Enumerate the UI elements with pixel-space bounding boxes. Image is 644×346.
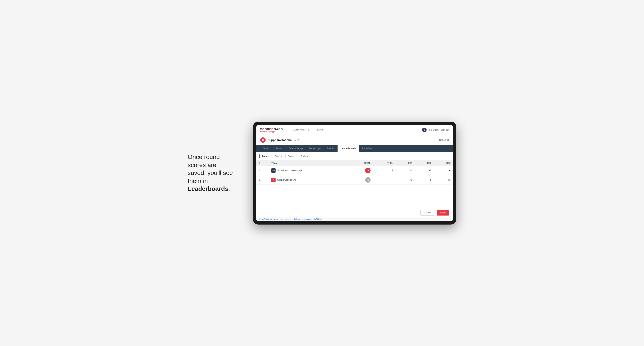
nav-teams[interactable]: TEAMS (312, 127, 326, 133)
row2-team-name: Clippd College [A] (277, 178, 296, 181)
filter-scores[interactable]: Scores (285, 154, 297, 158)
tournament-icon: C (260, 137, 266, 143)
tab-printables[interactable]: Printables (359, 145, 375, 152)
tab-course-setup[interactable]: Course Setup (286, 145, 306, 152)
tab-leaderboards[interactable]: Leaderboards (338, 145, 359, 152)
left-description: Once round scores are saved, you'll see … (188, 153, 242, 193)
filter-players[interactable]: Players (272, 154, 284, 158)
user-avatar: S (422, 128, 426, 132)
row2-rd1: +8 (396, 175, 415, 184)
col-rd2: RD2 (415, 160, 434, 166)
tablet-device: SCOREBOARD Powered by clippd TOURNAMENTS… (253, 122, 456, 224)
tournament-header: C Clippd Invitational (Men) Cancel ✕ (256, 135, 453, 145)
content-spacer (256, 185, 453, 208)
table-row: 2 C Clippd College [A] +3 F +8 -8 (256, 175, 453, 184)
row2-score-badge: +3 (365, 177, 370, 182)
col-team: TEAM (269, 160, 348, 166)
row2-total: +3 (348, 175, 373, 184)
brand-name: clippd (270, 131, 276, 133)
nav-links: TOURNAMENTS TEAMS (288, 127, 422, 133)
filter-teams[interactable]: Teams (260, 154, 271, 158)
col-total: TOTAL (348, 160, 373, 166)
status-url: https://stage-blue-coach.stagescoreboard… (260, 218, 322, 220)
row1-team: SU Scoreboard University [A] (269, 166, 348, 175)
tournament-title: Clippd Invitational (268, 138, 292, 142)
cancel-button[interactable]: Cancel (420, 210, 435, 215)
row1-total: -5 (348, 166, 373, 175)
col-rank: # (256, 160, 269, 166)
filter-bar: Teams Players Scores Strokes (256, 152, 453, 160)
table-header-row: # TEAM TOTAL THRU RD1 RD2 RD3 (256, 160, 453, 166)
table-row: 1 SU Scoreboard University [A] -5 F -4 (256, 166, 453, 175)
tab-teams[interactable]: Teams (273, 145, 286, 152)
row2-team: C Clippd College [A] (269, 175, 348, 184)
col-rd3: RD3 (434, 160, 453, 166)
row2-team-logo: C (271, 178, 276, 182)
tab-tee-groups[interactable]: Tee Groups (306, 145, 324, 152)
nav-tournaments[interactable]: TOURNAMENTS (288, 127, 312, 133)
app-logo: SCOREBOARD Powered by clippd (260, 127, 283, 133)
col-rd1: RD1 (396, 160, 415, 166)
row2-rd2: -8 (415, 175, 434, 184)
sign-out-link[interactable]: Sign out (440, 129, 449, 131)
row1-team-name: Scoreboard University [A] (277, 169, 303, 172)
row2-rd3: +3 (434, 175, 453, 184)
tabs-bar: Details Teams Course Setup Tee Groups Re… (256, 145, 453, 152)
row1-score-badge: -5 (365, 168, 370, 173)
tournament-cancel-button[interactable]: Cancel ✕ (439, 139, 449, 141)
status-bar: https://stage-blue-coach.stagescoreboard… (256, 217, 453, 221)
row1-rd2: +5 (415, 166, 434, 175)
row1-thru: F (373, 166, 396, 175)
modal-footer: Cancel Save (256, 208, 453, 217)
leaderboards-highlight: Leaderboards (188, 185, 228, 192)
tournament-subtitle: (Men) (294, 139, 300, 141)
filter-strokes[interactable]: Strokes (298, 154, 310, 158)
tab-results[interactable]: Results (324, 145, 338, 152)
top-navigation: SCOREBOARD Powered by clippd TOURNAMENTS… (256, 125, 453, 135)
logo-text: SCOREBOARD (260, 127, 283, 131)
row2-thru: F (373, 175, 396, 184)
leaderboard-table: # TEAM TOTAL THRU RD1 RD2 RD3 1 (256, 160, 453, 185)
col-thru: THRU (373, 160, 396, 166)
row2-rank: 2 (256, 175, 269, 184)
save-button[interactable]: Save (437, 210, 449, 215)
nav-right-area: S Test User | Sign out (422, 128, 449, 132)
tab-details[interactable]: Details (260, 145, 273, 152)
user-name: Test User | (428, 129, 439, 131)
row1-rank: 1 (256, 166, 269, 175)
tablet-screen: SCOREBOARD Powered by clippd TOURNAMENTS… (256, 125, 453, 221)
row1-team-logo: SU (271, 169, 276, 173)
row1-rd3: -6 (434, 166, 453, 175)
logo-subtitle: Powered by clippd (260, 131, 283, 133)
row1-rd1: -4 (396, 166, 415, 175)
close-icon: ✕ (447, 139, 449, 141)
